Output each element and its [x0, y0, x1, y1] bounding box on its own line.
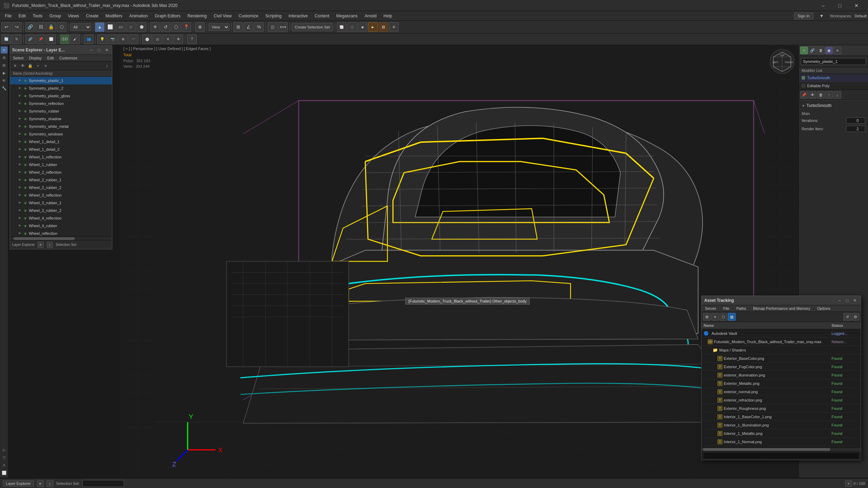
se-add-icon[interactable]: +	[34, 62, 41, 69]
at-row-12[interactable]: TInterior_1_Metallic.pngFound	[701, 429, 861, 438]
tb2-freeze[interactable]: ❄	[173, 34, 183, 44]
se-lock-icon[interactable]: 🔒	[27, 62, 34, 69]
menu-civil-view[interactable]: Civil View	[210, 12, 235, 20]
scene-item-wheel-4-rubber[interactable]: 👁◉Wheel_4_rubber	[10, 222, 112, 230]
create-panel-icon[interactable]: +	[1, 47, 8, 53]
scene-item-symmetry-white-metal[interactable]: 👁◉Symmetry_white_metal	[10, 123, 112, 130]
sign-in-dropdown[interactable]: ▼	[816, 12, 827, 20]
status-add-time-btn[interactable]: +	[845, 480, 852, 487]
status-icon1[interactable]: ≡	[37, 480, 44, 487]
se-scroll-icon[interactable]: ↕	[104, 62, 111, 69]
selection-set-input[interactable]	[82, 480, 124, 487]
eye-icon[interactable]: 👁	[17, 170, 22, 175]
fence-select-button[interactable]: ⬟	[137, 22, 146, 32]
menu-customize[interactable]: Customize	[235, 12, 262, 20]
at-row-0[interactable]: 🔵Autodesk VaultLogged...	[701, 329, 861, 338]
tb2-btn1[interactable]: 🔄	[1, 34, 11, 44]
undo-button[interactable]: ↩	[1, 22, 11, 32]
eye-icon[interactable]: 👁	[17, 200, 22, 205]
render-button[interactable]: ▶	[368, 22, 378, 32]
at-btn-detail[interactable]: ▦	[728, 313, 736, 321]
scene-item-symmetry-rubber[interactable]: 👁◉Symmetry_rubber	[10, 107, 112, 115]
at-menu-options[interactable]: Options	[814, 305, 834, 312]
menu-graph-editors[interactable]: Graph Editors	[151, 12, 184, 20]
eye-icon[interactable]: 👁	[17, 147, 22, 152]
at-btn-refresh[interactable]: ↺	[843, 313, 851, 321]
scene-item-wheel-3-rubber-2[interactable]: 👁◉Wheel_3_rubber_2	[10, 207, 112, 214]
at-menu-paths[interactable]: Paths	[733, 305, 749, 312]
sign-in-button[interactable]: Sign In	[794, 13, 813, 19]
eye-icon[interactable]: 👁	[17, 155, 22, 159]
angle-snap-button[interactable]: ∠	[244, 22, 253, 32]
eye-icon[interactable]: 👁	[17, 78, 22, 83]
menu-tools[interactable]: Tools	[29, 12, 46, 20]
menu-scripting[interactable]: Scripting	[262, 12, 285, 20]
schematic-button[interactable]: ⬡	[57, 22, 66, 32]
at-row-9[interactable]: TExterior_Roughness.pngFound	[701, 404, 861, 413]
snap3d-button[interactable]: ⊞	[233, 22, 243, 32]
circle-select-button[interactable]: ○	[126, 22, 136, 32]
scene-item-wheel-1-reflection[interactable]: 👁◉Wheel_1_reflection	[10, 153, 112, 161]
menu-file[interactable]: File	[1, 12, 15, 20]
render-frame-button[interactable]: 🖼	[379, 22, 388, 32]
menu-modifiers[interactable]: Modifiers	[102, 12, 126, 20]
ts-iterations-input[interactable]	[846, 117, 865, 124]
at-btn-settings[interactable]: ⚙	[852, 313, 859, 321]
filter-icon[interactable]: ▽	[1, 454, 8, 461]
mirror-button[interactable]: ◫	[268, 22, 277, 32]
tb2-xform[interactable]: ✕	[163, 34, 173, 44]
at-menu-server[interactable]: Server	[701, 305, 720, 312]
rp-mod-down-btn[interactable]: ↓	[834, 91, 841, 99]
scene-item-symmetry-windows[interactable]: 👁◉Symmetry_windows	[10, 130, 112, 138]
title-bar-controls[interactable]: – □ ✕	[815, 0, 865, 11]
menu-interactive[interactable]: Interactive	[285, 12, 311, 20]
rp-mod-lock-btn[interactable]: 📌	[800, 91, 808, 99]
at-btn-grid[interactable]: ⊞	[703, 313, 711, 321]
layers-icon[interactable]: ≡	[1, 462, 8, 469]
menu-megascans[interactable]: Megascans	[333, 12, 361, 20]
move-button[interactable]: ✛	[150, 22, 160, 32]
tb2-populate[interactable]: 👥	[84, 34, 94, 44]
scene-item-wheel-reflection[interactable]: 👁◉Wheel_reflection	[10, 230, 112, 237]
scene-item-symmetry-plastic-1[interactable]: 👁◉Symmetry_plastic_1	[10, 77, 112, 84]
at-close-btn[interactable]: ✕	[852, 297, 858, 304]
at-btn-list[interactable]: ≡	[711, 313, 719, 321]
se-close-btn[interactable]: ✕	[104, 47, 110, 53]
eye-icon[interactable]: 👁	[17, 208, 22, 213]
eye-icon[interactable]: 👁	[17, 86, 22, 91]
at-btn-thumbs[interactable]: ⬡	[720, 313, 727, 321]
rp-mod-editable-poly[interactable]: Editable Poly	[799, 82, 868, 90]
at-row-7[interactable]: Texterior_normal.pngFound	[701, 388, 861, 396]
rotate-button[interactable]: ↺	[161, 22, 170, 32]
tb2-question[interactable]: ?	[187, 34, 197, 44]
utilities-panel-icon[interactable]: 🔧	[1, 85, 8, 92]
material-editor-button[interactable]: ◉	[358, 22, 367, 32]
bind-button[interactable]: 🔒	[46, 22, 56, 32]
rp-mod-turbosmooth[interactable]: TurboSmooth	[799, 74, 868, 82]
tb2-btn2[interactable]: ↻	[12, 34, 22, 44]
rp-delete-btn[interactable]: 🗑	[817, 47, 825, 54]
eye-icon[interactable]: 👁	[17, 177, 22, 182]
rp-mod-show-btn[interactable]: 👁	[809, 91, 816, 99]
view-dropdown[interactable]: View	[209, 23, 229, 31]
unlink-button[interactable]: ⛓	[36, 22, 46, 32]
create-selection-set-button[interactable]: Create Selection Set	[292, 23, 333, 31]
ts-collapse-icon[interactable]: ▼	[802, 104, 805, 108]
layer-explorer-button[interactable]: Layer Explorer	[3, 480, 34, 487]
rp-settings-btn[interactable]: ≡	[834, 47, 841, 54]
scene-item-symmetry-plastic-2[interactable]: 👁◉Symmetry_plastic_2	[10, 84, 112, 92]
scene-item-wheel-3-rubber-1[interactable]: 👁◉Wheel_3_rubber_1	[10, 199, 112, 207]
maximize-button[interactable]: □	[832, 0, 848, 11]
tb2-btn5[interactable]: ⬜	[46, 34, 56, 44]
at-row-10[interactable]: TInterior_1_BaseColor_1.pngFound	[701, 413, 861, 421]
scene-item-wheel-1-detail-2[interactable]: 👁◉Wheel_1_detail_2	[10, 146, 112, 153]
se-menu-edit[interactable]: Edit	[44, 55, 57, 61]
tb2-ribbon[interactable]: ⬤	[142, 34, 152, 44]
se-eye-icon[interactable]: 👁	[19, 62, 26, 69]
motion-panel-icon[interactable]: ▶	[1, 69, 8, 76]
at-menu-bitmap-perf[interactable]: Bitmap Performance and Memory	[749, 305, 813, 312]
menu-views[interactable]: Views	[64, 12, 82, 20]
scene-item-wheel-2-reflection[interactable]: 👁◉Wheel_2_reflection	[10, 168, 112, 176]
modify-panel-icon[interactable]: ⚙	[1, 54, 8, 61]
navigation-cube[interactable]: TOP FRONT LEFT	[770, 49, 794, 74]
